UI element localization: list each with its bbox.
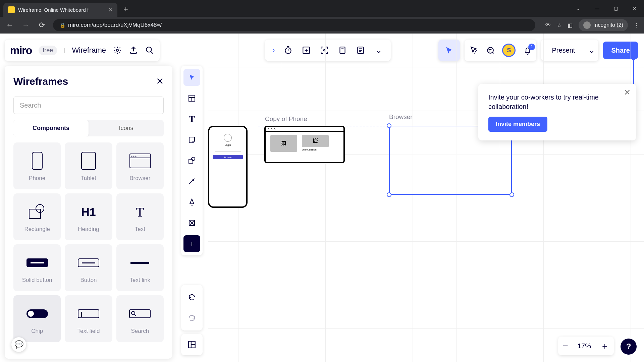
undo-icon[interactable] <box>183 289 200 306</box>
star-icon[interactable]: ☆ <box>557 22 561 28</box>
panel-close-icon[interactable]: ✕ <box>156 76 164 87</box>
card-caption: Learn, Design <box>302 148 329 151</box>
tab-favicon <box>8 6 15 13</box>
tool-shape[interactable] <box>183 152 200 169</box>
nav-reload-icon[interactable]: ⟳ <box>37 21 47 29</box>
svg-rect-7 <box>32 152 42 170</box>
comp-text-field[interactable]: Text field <box>65 295 112 342</box>
lock-icon: 🔒 <box>60 22 65 28</box>
svg-point-16 <box>131 311 135 315</box>
frames-panel-icon[interactable] <box>181 334 203 355</box>
comp-phone[interactable]: Phone <box>13 142 61 189</box>
svg-point-10 <box>131 156 132 157</box>
panel-tabs: Components Icons <box>13 120 164 136</box>
comp-tablet[interactable]: Tablet <box>65 142 112 189</box>
comp-text[interactable]: TText <box>116 193 164 240</box>
incognito-indicator[interactable]: Incognito (2) <box>579 19 628 31</box>
board-name[interactable]: Wireframe <box>72 46 106 55</box>
redo-icon[interactable] <box>183 310 200 326</box>
svg-rect-9 <box>130 154 151 168</box>
window-maximize-icon[interactable]: ▢ <box>606 6 625 11</box>
svg-point-15 <box>36 204 44 213</box>
search-icon[interactable] <box>145 46 154 55</box>
tabs-dropdown-icon[interactable]: ⌄ <box>569 6 588 11</box>
comp-text-link[interactable]: Text link <box>116 244 164 291</box>
nav-forward-icon[interactable]: → <box>21 21 31 29</box>
comp-chip[interactable]: Chip <box>13 295 61 342</box>
svg-point-11 <box>133 156 135 157</box>
comp-button[interactable]: Button <box>65 244 112 291</box>
tool-more[interactable]: ＋ <box>183 235 200 252</box>
phone-title: Login <box>213 144 243 146</box>
comp-rectangle[interactable]: Rectangle <box>13 193 61 240</box>
resize-handle-nw[interactable] <box>387 123 391 128</box>
frame-label-copy[interactable]: Copy of Phone <box>265 115 307 123</box>
tool-rail: T ＋ <box>181 66 203 255</box>
canvas[interactable]: Login ◉Login Copy of Phone 🖼 🖼 Learn, De… <box>208 34 644 362</box>
browser-dots <box>266 127 343 132</box>
new-tab-button[interactable]: ＋ <box>117 4 134 17</box>
incognito-label: Incognito (2) <box>593 22 623 28</box>
incognito-icon <box>583 21 591 29</box>
frame-label-browser[interactable]: Browser <box>389 113 413 121</box>
miro-logo[interactable]: miro <box>10 44 32 57</box>
invite-members-button[interactable]: Invite members <box>488 117 547 132</box>
popup-close-icon[interactable]: ✕ <box>624 88 631 97</box>
wireframes-panel: Wireframes ✕ Search Components Icons Pho… <box>5 66 172 359</box>
comp-browser[interactable]: Browser <box>116 142 164 189</box>
browser-addrbar: ← → ⟳ 🔒 miro.com/app/board/uXjVMqU6x48=/… <box>0 17 644 34</box>
zoom-value[interactable]: 17% <box>578 342 591 350</box>
svg-point-12 <box>136 156 137 157</box>
zoom-in-icon[interactable]: ＋ <box>600 340 609 352</box>
eye-off-icon[interactable]: 👁 <box>545 22 551 28</box>
zoom-out-icon[interactable]: − <box>563 341 568 351</box>
svg-rect-8 <box>82 152 96 170</box>
canvas-phone-frame[interactable]: Login ◉Login <box>208 126 248 208</box>
tool-pen[interactable] <box>183 194 200 210</box>
nav-back-icon[interactable]: ← <box>5 21 15 29</box>
chat-icon[interactable]: 💬 <box>11 337 26 352</box>
kebab-menu-icon[interactable]: ⋮ <box>634 22 639 28</box>
svg-rect-20 <box>189 159 193 163</box>
browser-tab[interactable]: Wireframe, Online Whiteboard f ✕ <box>3 3 117 17</box>
url-text: miro.com/app/board/uXjVMqU6x48=/ <box>68 22 162 28</box>
resize-handle-se[interactable] <box>509 192 514 197</box>
address-bar[interactable]: 🔒 miro.com/app/board/uXjVMqU6x48=/ <box>53 19 535 31</box>
canvas-browser-copy[interactable]: 🖼 🖼 Learn, Design <box>264 126 345 163</box>
comp-search[interactable]: Search <box>116 295 164 342</box>
svg-rect-14 <box>29 209 41 219</box>
resize-handle-sw[interactable] <box>387 192 391 197</box>
board-header-left: miro free | Wireframe <box>5 40 160 61</box>
export-icon[interactable] <box>129 46 138 55</box>
comp-heading[interactable]: H1Heading <box>65 193 112 240</box>
window-titlebar: Wireframe, Online Whiteboard f ✕ ＋ ⌄ ― ▢… <box>0 0 644 17</box>
tool-text[interactable]: T <box>183 111 200 127</box>
tab-title: Wireframe, Online Whiteboard f <box>18 7 105 13</box>
comp-solid-button[interactable]: Solid button <box>13 244 61 291</box>
invite-text: Invite your co-workers to try real-time … <box>488 93 626 111</box>
plan-badge[interactable]: free <box>39 46 57 55</box>
help-icon[interactable]: ? <box>621 339 637 355</box>
window-minimize-icon[interactable]: ― <box>588 6 606 11</box>
tab-components[interactable]: Components <box>13 120 89 136</box>
tab-icons[interactable]: Icons <box>89 120 164 136</box>
svg-point-0 <box>116 49 119 52</box>
panel-title: Wireframes <box>13 76 164 87</box>
settings-icon[interactable] <box>113 46 122 55</box>
tab-close-icon[interactable]: ✕ <box>108 7 113 13</box>
tool-frame[interactable] <box>183 215 200 231</box>
tool-templates[interactable] <box>183 90 200 107</box>
tool-select[interactable] <box>183 69 200 86</box>
history-rail <box>181 285 203 330</box>
zoom-controls: − 17% ＋ <box>558 337 614 355</box>
panel-search-input[interactable]: Search <box>13 97 164 114</box>
svg-rect-17 <box>189 95 195 101</box>
tool-connector[interactable] <box>183 173 200 190</box>
panel-icon[interactable]: ◧ <box>568 22 573 28</box>
tool-sticky-note[interactable] <box>183 131 200 148</box>
invite-popup: ✕ Invite your co-workers to try real-tim… <box>478 84 636 140</box>
window-close-icon[interactable]: ✕ <box>625 6 644 11</box>
presence-cursor-dot <box>632 57 635 60</box>
svg-point-1 <box>146 47 151 52</box>
